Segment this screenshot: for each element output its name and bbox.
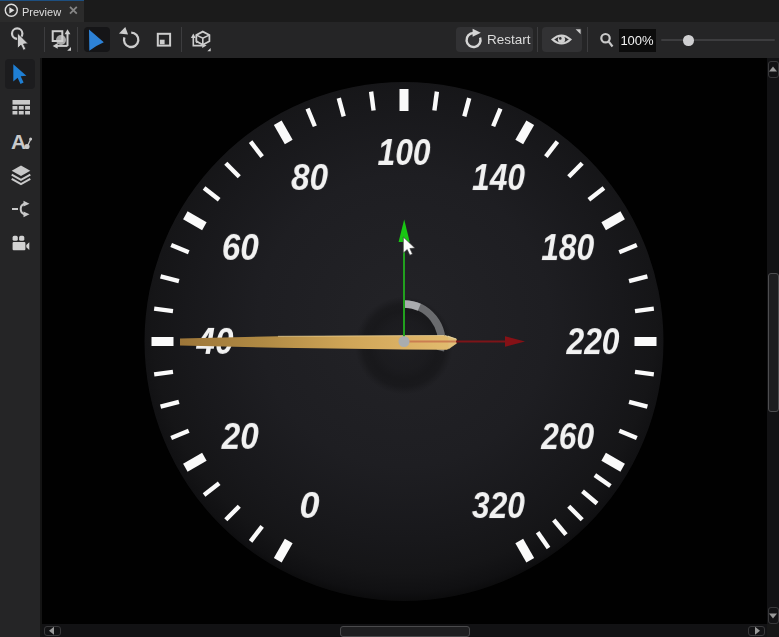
svg-text:260: 260: [540, 416, 594, 457]
svg-text:20: 20: [221, 416, 259, 457]
svg-text:180: 180: [541, 227, 594, 268]
svg-text:80: 80: [291, 157, 328, 198]
svg-text:60: 60: [222, 227, 259, 268]
svg-text:140: 140: [472, 157, 525, 198]
svg-text:100: 100: [378, 132, 431, 173]
svg-text:320: 320: [472, 485, 525, 526]
svg-text:220: 220: [566, 321, 620, 362]
svg-text:0: 0: [299, 485, 319, 526]
